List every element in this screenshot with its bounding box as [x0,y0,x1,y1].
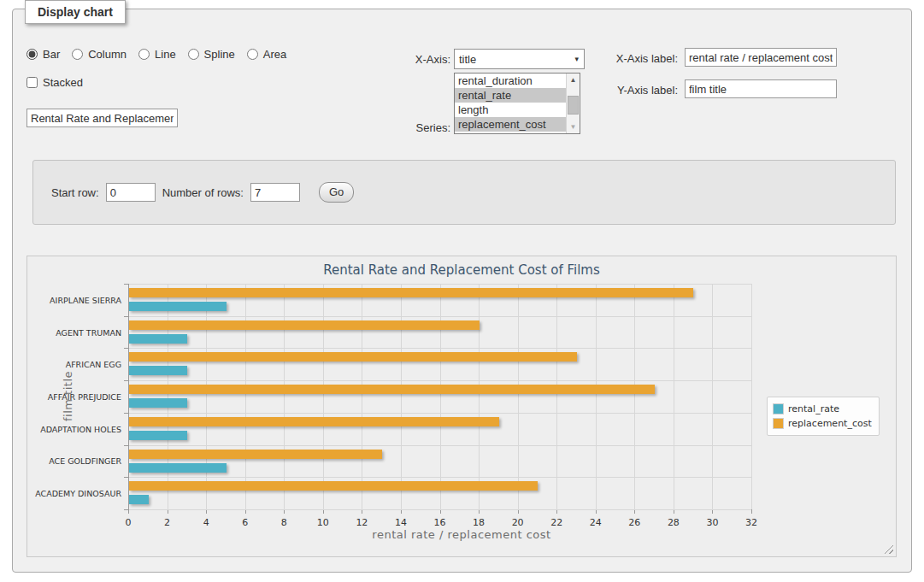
series-option-replacement_cost[interactable]: replacement_cost [455,117,566,132]
gridline [556,284,557,509]
legend-label: rental_rate [788,403,839,414]
num-rows-label: Number of rows: [162,186,244,199]
y-axis-label-label: Y-Axis label: [582,84,678,97]
bar-rental_rate[interactable] [129,431,187,440]
radio-line-label[interactable]: Line [155,48,176,61]
scroll-up-icon[interactable]: ▲ [567,73,580,86]
series-scrollbar[interactable]: ▲ ▼ [566,73,580,133]
x-tick-label: 22 [550,517,562,528]
y-axis-label-input[interactable] [685,79,837,98]
legend-label: replacement_cost [788,418,872,429]
category-label: AGENT TRUMAN [26,328,121,338]
series-select-label: Series: [368,121,450,134]
y-axis-line [128,284,129,510]
gridline [206,284,207,509]
chart-title-input[interactable] [26,109,178,127]
chart-type-radio-group: Bar Column Line Spline Area [26,48,293,61]
bar-replacement_cost[interactable] [129,417,499,426]
gridline [128,477,751,478]
gridline [440,284,441,509]
series-listbox-items: rental_durationrental_ratelengthreplacem… [455,73,566,133]
radio-area-label[interactable]: Area [263,48,286,61]
bar-replacement_cost[interactable] [129,288,693,297]
gridline [712,284,713,509]
series-listbox[interactable]: rental_durationrental_ratelengthreplacem… [454,73,580,134]
radio-line[interactable] [138,49,150,60]
chevron-down-icon: ▾ [574,55,579,63]
radio-spline-label[interactable]: Spline [204,48,235,61]
stacked-checkbox[interactable] [26,77,38,88]
bar-rental_rate[interactable] [129,334,187,344]
x-tick-label: 10 [317,517,329,528]
x-tick [751,509,752,514]
x-tick-label: 26 [628,517,640,528]
fieldset-legend: Display chart [25,0,126,24]
x-tick-label: 6 [242,517,248,528]
resize-handle-icon[interactable] [884,544,893,554]
num-rows-input[interactable] [250,183,300,202]
category-label: ADAPTATION HOLES [26,425,121,434]
chart-area: Rental Rate and Replacement Cost of Film… [26,256,897,557]
gridline [128,380,751,381]
scroll-down-icon[interactable]: ▼ [567,121,580,133]
display-chart-fieldset: Display chart Bar Column Line Spline Are… [12,9,912,573]
gridline [168,284,168,509]
bar-rental_rate[interactable] [129,495,149,504]
radio-bar-label[interactable]: Bar [43,48,60,61]
gridline [128,445,751,446]
radio-area[interactable] [247,49,258,60]
row-range-controls: Start row: Number of rows: Go [51,182,354,203]
legend-item-replacement-cost[interactable]: replacement_cost [773,416,872,431]
x-axis-label-input[interactable] [685,48,837,67]
bar-replacement_cost[interactable] [129,352,577,362]
y-axis-title: film title [62,371,74,421]
gridline [751,284,752,509]
gridline [128,509,751,510]
x-tick-label: 12 [356,517,368,528]
series-option-rental_duration[interactable]: rental_duration [455,73,566,88]
x-axis-select[interactable]: title ▾ [454,49,585,69]
x-axis-title: rental rate / replacement cost [27,528,896,541]
start-row-input[interactable] [106,183,156,202]
row-range-panel: Start row: Number of rows: Go [32,160,896,225]
x-axis-select-label: X-Axis: [368,53,450,66]
bar-replacement_cost[interactable] [129,320,480,330]
gridline [128,348,751,349]
legend-item-rental-rate[interactable]: rental_rate [773,402,872,416]
category-label: ACADEMY DINOSAUR [26,489,121,498]
x-tick-label: 4 [203,517,209,528]
gridline [401,284,402,509]
bar-replacement_cost[interactable] [129,385,655,394]
gridline [634,284,635,509]
bar-rental_rate[interactable] [129,398,187,408]
bar-replacement_cost[interactable] [129,481,538,491]
radio-bar[interactable] [26,49,38,60]
start-row-label: Start row: [51,186,99,199]
bar-rental_rate[interactable] [129,302,227,311]
x-tick-label: 0 [126,517,132,528]
series-option-length[interactable]: length [455,103,566,117]
chart-title: Rental Rate and Replacement Cost of Film… [27,262,896,278]
series-option-rental_rate[interactable]: rental_rate [455,88,566,103]
x-tick-label: 16 [434,517,446,528]
radio-column[interactable] [72,49,83,60]
x-tick-label: 24 [590,517,602,528]
gridline [674,284,674,509]
chart-legend[interactable]: rental_rate replacement_cost [767,397,880,436]
bar-rental_rate[interactable] [129,463,227,473]
category-label: AIRPLANE SIERRA [26,296,121,305]
bar-replacement_cost[interactable] [129,450,382,459]
radio-spline[interactable] [188,49,199,60]
x-tick-label: 8 [281,517,287,528]
category-label: ACE GOLDFINGER [26,456,121,466]
x-tick-label: 14 [395,517,407,528]
x-tick-label: 30 [706,517,718,528]
radio-column-label[interactable]: Column [88,48,127,61]
scrollbar-thumb[interactable] [568,96,579,115]
gridline [479,284,480,509]
stacked-label[interactable]: Stacked [43,76,83,89]
bar-rental_rate[interactable] [129,366,187,375]
go-button[interactable]: Go [319,182,354,203]
gridline [518,284,519,509]
category-label: AFRICAN EGG [26,360,121,369]
